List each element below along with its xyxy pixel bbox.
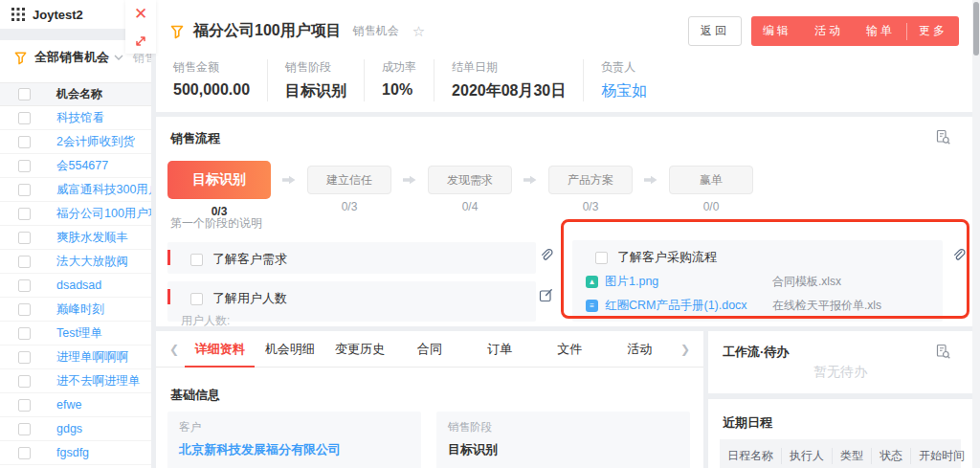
row-checkbox[interactable] bbox=[18, 399, 31, 412]
attachment-link[interactable]: 图片1.png bbox=[605, 274, 772, 290]
opportunity-link[interactable]: Test理单 bbox=[56, 325, 102, 342]
tab-activity[interactable]: 活动 bbox=[605, 331, 675, 368]
opportunity-link[interactable]: 爽肤水发顺丰 bbox=[56, 230, 128, 246]
tab-opportunity-lines[interactable]: 机会明细 bbox=[255, 331, 324, 368]
app-grid-icon[interactable] bbox=[11, 8, 25, 21]
opportunity-link[interactable]: 法大大放散阀 bbox=[56, 254, 128, 270]
row-checkbox[interactable] bbox=[18, 303, 31, 316]
list-item[interactable]: 爽肤水发顺丰 bbox=[0, 226, 151, 250]
schedule-table-header: 日程名称 执行人 类型 状态 开始时间 bbox=[720, 439, 961, 468]
list-item[interactable]: 福分公司100用户项目 bbox=[0, 202, 151, 226]
list-item[interactable]: Test理单 bbox=[0, 322, 151, 345]
opportunity-link[interactable]: fgsdfg bbox=[56, 446, 89, 459]
stage-button[interactable]: 建立信任 bbox=[307, 166, 391, 194]
paperclip-icon[interactable] bbox=[951, 248, 966, 262]
required-marker bbox=[167, 250, 170, 265]
task-checkbox[interactable] bbox=[190, 254, 203, 266]
opportunity-link[interactable]: 福分公司100用户项目 bbox=[56, 206, 151, 222]
row-checkbox[interactable] bbox=[18, 327, 31, 340]
opportunity-link[interactable]: 科技馆看 bbox=[56, 110, 104, 126]
opportunity-link[interactable]: 巅峰时刻 bbox=[56, 301, 104, 318]
tab-bar: ❮ 详细资料 机会明细 变更历史 合同 订单 文件 活动 ❯ bbox=[156, 331, 703, 368]
paperclip-icon[interactable] bbox=[539, 248, 553, 262]
col-status: 状态 bbox=[872, 448, 911, 464]
scrollbar-thumb[interactable] bbox=[973, 2, 979, 56]
stage-button[interactable]: 赢单 bbox=[669, 166, 753, 194]
row-checkbox[interactable] bbox=[18, 184, 31, 196]
list-item[interactable]: 巅峰时刻 bbox=[0, 298, 151, 322]
list-item[interactable]: dsadsad bbox=[0, 274, 151, 298]
sales-process-card: 销售流程 目标识别 0/3 建立信任 0/3 发现需求 0/4 产品方案 0/3… bbox=[156, 117, 972, 326]
list-item[interactable]: 2会计师收到货 bbox=[0, 130, 151, 154]
list-item[interactable]: 会554677 bbox=[0, 154, 151, 178]
summary-fields: 销售金额 500,000.00 销售阶段 目标识别 成功率 10% 结单日期 2… bbox=[156, 46, 972, 101]
list-item[interactable]: fgsdfg bbox=[0, 441, 151, 465]
row-checkbox[interactable] bbox=[18, 112, 31, 124]
list-item[interactable]: 进不去啊进理单 bbox=[0, 369, 151, 393]
tab-order[interactable]: 订单 bbox=[465, 331, 535, 368]
opportunity-link[interactable]: 会554677 bbox=[56, 158, 108, 174]
list-item[interactable]: 进理单啊啊啊 bbox=[0, 345, 151, 369]
col-start-time: 开始时间 bbox=[911, 448, 972, 464]
favorite-star-icon[interactable]: ☆ bbox=[412, 23, 425, 40]
attachment-name[interactable]: 在线检天平报价单.xls bbox=[772, 298, 881, 314]
owner-link[interactable]: 杨宝如 bbox=[601, 81, 647, 101]
attachment-name[interactable]: 合同模板.xlsx bbox=[772, 274, 841, 290]
tab-contract[interactable]: 合同 bbox=[394, 331, 464, 368]
workflow-empty-text: 暂无待办 bbox=[708, 364, 972, 381]
doc-search-icon[interactable] bbox=[935, 344, 951, 360]
chevron-right-icon[interactable]: ❯ bbox=[675, 343, 696, 356]
row-checkbox[interactable] bbox=[18, 279, 31, 292]
stage-button[interactable]: 目标识别 bbox=[167, 161, 271, 199]
task-checkbox[interactable] bbox=[190, 293, 203, 305]
stage-button[interactable]: 发现需求 bbox=[428, 166, 512, 194]
chevron-down-icon[interactable] bbox=[114, 55, 123, 61]
close-icon[interactable]: ✕ bbox=[134, 6, 147, 22]
stage-button[interactable]: 产品方案 bbox=[548, 166, 633, 194]
opportunity-link[interactable]: efwe bbox=[56, 398, 81, 412]
workflow-card: 工作流·待办 暂无待办 bbox=[708, 331, 972, 393]
row-checkbox[interactable] bbox=[18, 375, 31, 388]
attachment-link[interactable]: 红圈CRM产品手册(1).docx bbox=[605, 298, 772, 314]
opportunity-link[interactable]: 2会计师收到货 bbox=[56, 134, 135, 150]
row-checkbox[interactable] bbox=[18, 447, 31, 459]
stage-pipeline: 目标识别 0/3 建立信任 0/3 发现需求 0/4 产品方案 0/3 赢单 0… bbox=[167, 161, 753, 218]
tab-detail[interactable]: 详细资料 bbox=[185, 331, 255, 368]
schedule-card: 近期日程 日程名称 执行人 类型 状态 开始时间 bbox=[708, 399, 972, 468]
tab-change-history[interactable]: 变更历史 bbox=[324, 331, 394, 368]
edit-icon[interactable] bbox=[539, 288, 553, 302]
row-checkbox[interactable] bbox=[18, 423, 31, 435]
row-checkbox[interactable] bbox=[18, 160, 31, 172]
back-button[interactable]: 返回 bbox=[688, 16, 742, 46]
list-item[interactable]: efwe bbox=[0, 393, 151, 417]
lose-order-button[interactable]: 输单 bbox=[855, 16, 906, 46]
row-checkbox[interactable] bbox=[18, 208, 31, 220]
task-checkbox[interactable] bbox=[595, 252, 608, 264]
list-item[interactable]: gdgs bbox=[0, 417, 151, 441]
field-customer: 客户 北京新科技发展福分有限公司 bbox=[167, 412, 421, 468]
more-button[interactable]: 更多 bbox=[907, 16, 959, 46]
tab-files[interactable]: 文件 bbox=[535, 331, 605, 368]
opportunity-link[interactable]: gdgs bbox=[56, 422, 82, 435]
edit-button[interactable]: 编辑 bbox=[751, 16, 803, 46]
list-item[interactable]: 科技馆看 bbox=[0, 106, 151, 130]
row-checkbox[interactable] bbox=[18, 136, 31, 148]
row-checkbox[interactable] bbox=[18, 351, 31, 364]
customer-link[interactable]: 北京新科技发展福分有限公司 bbox=[179, 441, 410, 458]
opportunity-link[interactable]: 威富通科技300用户项 bbox=[56, 182, 151, 198]
doc-search-icon[interactable] bbox=[935, 129, 951, 145]
opportunity-link[interactable]: 进理单啊啊啊 bbox=[56, 349, 128, 366]
row-checkbox[interactable] bbox=[18, 256, 31, 268]
row-checkbox[interactable] bbox=[18, 232, 31, 244]
activity-button[interactable]: 活动 bbox=[803, 16, 855, 46]
scrollbar-track[interactable] bbox=[972, 0, 980, 468]
stage-item: 建立信任 0/3 bbox=[307, 161, 391, 213]
chevron-left-icon[interactable]: ❮ bbox=[164, 343, 185, 356]
opportunity-link[interactable]: dsadsad bbox=[56, 279, 101, 292]
list-item[interactable]: 威富通科技300用户项 bbox=[0, 178, 151, 202]
expand-icon[interactable] bbox=[134, 34, 147, 48]
stage-item: 目标识别 0/3 bbox=[167, 161, 271, 218]
list-item[interactable]: 法大大放散阀 bbox=[0, 250, 151, 274]
select-all-checkbox[interactable] bbox=[18, 88, 31, 100]
opportunity-link[interactable]: 进不去啊进理单 bbox=[56, 373, 141, 390]
